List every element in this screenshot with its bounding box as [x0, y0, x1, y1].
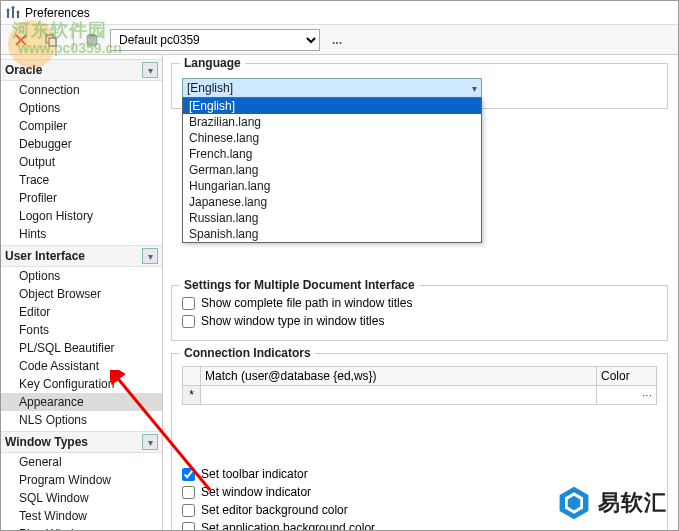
language-selected-value: [English] — [187, 81, 233, 95]
ci-window-label: Set window indicator — [201, 485, 311, 499]
language-section-title: Language — [180, 56, 245, 70]
ci-app-label: Set application background color — [201, 521, 375, 530]
sidebar-item-plan-window[interactable]: Plan Window — [1, 525, 162, 530]
ci-app-checkbox[interactable] — [182, 522, 195, 531]
ci-match-cell[interactable] — [201, 386, 597, 405]
ci-row-marker: * — [183, 386, 201, 405]
sidebar-item-options[interactable]: Options — [1, 267, 162, 285]
sidebar-item-profiler[interactable]: Profiler — [1, 189, 162, 207]
ci-col-match: Match (user@database {ed,ws}) — [201, 367, 597, 386]
chevron-down-icon[interactable]: ▾ — [142, 248, 158, 264]
chevron-down-icon[interactable]: ▾ — [142, 434, 158, 450]
svg-rect-9 — [49, 38, 56, 46]
bottom-right-logo: 易软汇 — [556, 485, 667, 521]
sidebar-item-connection[interactable]: Connection — [1, 81, 162, 99]
language-dropdown[interactable]: [English]Brazilian.langChinese.langFrenc… — [182, 97, 482, 243]
ci-editor-label: Set editor background color — [201, 503, 348, 517]
sidebar-item-test-window[interactable]: Test Window — [1, 507, 162, 525]
svg-point-5 — [17, 10, 20, 13]
sidebar-item-code-assistant[interactable]: Code Assistant — [1, 357, 162, 375]
sidebar-item-general[interactable]: General — [1, 453, 162, 471]
sidebar: Oracle▾ ConnectionOptionsCompilerDebugge… — [1, 55, 163, 530]
ci-section-title: Connection Indicators — [180, 346, 315, 360]
mdi-filepath-label: Show complete file path in window titles — [201, 296, 412, 310]
logo-icon — [556, 485, 592, 521]
sidebar-item-key-configuration[interactable]: Key Configuration — [1, 375, 162, 393]
profile-select[interactable]: Default pc0359 — [110, 29, 320, 51]
ci-color-cell[interactable]: ··· — [597, 386, 657, 405]
mdi-filepath-checkbox[interactable] — [182, 297, 195, 310]
mdi-wintype-label: Show window type in window titles — [201, 314, 384, 328]
database-icon — [84, 32, 100, 48]
svg-rect-1 — [12, 8, 14, 18]
sidebar-item-fonts[interactable]: Fonts — [1, 321, 162, 339]
tree-group-window-types[interactable]: Window Types▾ — [1, 431, 162, 453]
language-option[interactable]: [English] — [183, 98, 481, 114]
tree-group-user-interface[interactable]: User Interface▾ — [1, 245, 162, 267]
content-pane: Language [English] ▾ [English]Brazilian.… — [163, 55, 678, 530]
sidebar-item-appearance[interactable]: Appearance — [1, 393, 162, 411]
ci-toolbar-checkbox[interactable] — [182, 468, 195, 481]
sidebar-item-nls-options[interactable]: NLS Options — [1, 411, 162, 429]
profile-more-button[interactable]: ... — [326, 33, 348, 47]
sidebar-item-program-window[interactable]: Program Window — [1, 471, 162, 489]
sidebar-item-object-browser[interactable]: Object Browser — [1, 285, 162, 303]
ci-table: Match (user@database {ed,ws})Color *··· — [182, 366, 657, 405]
logo-text: 易软汇 — [598, 488, 667, 518]
chevron-down-icon[interactable]: ▾ — [142, 62, 158, 78]
delete-profile-button[interactable] — [9, 28, 33, 52]
preferences-window: Preferences Default pc0359 ... Oracle▾ C… — [0, 0, 679, 531]
mdi-wintype-checkbox[interactable] — [182, 315, 195, 328]
language-option[interactable]: French.lang — [183, 146, 481, 162]
ci-editor-checkbox[interactable] — [182, 504, 195, 517]
sidebar-item-trace[interactable]: Trace — [1, 171, 162, 189]
svg-rect-0 — [7, 11, 9, 18]
svg-point-3 — [7, 8, 10, 11]
sidebar-item-pl-sql-beautifier[interactable]: PL/SQL Beautifier — [1, 339, 162, 357]
language-option[interactable]: Japanese.lang — [183, 194, 481, 210]
svg-point-4 — [12, 6, 15, 9]
ci-toolbar-label: Set toolbar indicator — [201, 467, 308, 481]
svg-rect-2 — [17, 13, 19, 18]
window-title: Preferences — [25, 6, 90, 20]
sidebar-item-debugger[interactable]: Debugger — [1, 135, 162, 153]
sidebar-item-output[interactable]: Output — [1, 153, 162, 171]
copy-profile-button[interactable] — [39, 28, 63, 52]
tree-group-oracle[interactable]: Oracle▾ — [1, 59, 162, 81]
sidebar-item-options[interactable]: Options — [1, 99, 162, 117]
language-option[interactable]: Brazilian.lang — [183, 114, 481, 130]
chevron-down-icon: ▾ — [472, 83, 477, 94]
ci-window-checkbox[interactable] — [182, 486, 195, 499]
mdi-section-title: Settings for Multiple Document Interface — [180, 278, 419, 292]
ci-col-color: Color — [597, 367, 657, 386]
mdi-section: Settings for Multiple Document Interface… — [171, 285, 668, 341]
language-option[interactable]: Hungarian.lang — [183, 178, 481, 194]
sidebar-item-logon-history[interactable]: Logon History — [1, 207, 162, 225]
language-option[interactable]: Chinese.lang — [183, 130, 481, 146]
language-option[interactable]: Russian.lang — [183, 210, 481, 226]
language-option[interactable]: Spanish.lang — [183, 226, 481, 242]
toolbar-separator — [73, 30, 74, 50]
preferences-icon — [5, 5, 21, 21]
toolbar: Default pc0359 ... — [1, 25, 678, 55]
sidebar-item-hints[interactable]: Hints — [1, 225, 162, 243]
language-option[interactable]: German.lang — [183, 162, 481, 178]
titlebar: Preferences — [1, 1, 678, 25]
sidebar-item-sql-window[interactable]: SQL Window — [1, 489, 162, 507]
sidebar-item-compiler[interactable]: Compiler — [1, 117, 162, 135]
sidebar-item-editor[interactable]: Editor — [1, 303, 162, 321]
language-select[interactable]: [English] ▾ — [182, 78, 482, 98]
